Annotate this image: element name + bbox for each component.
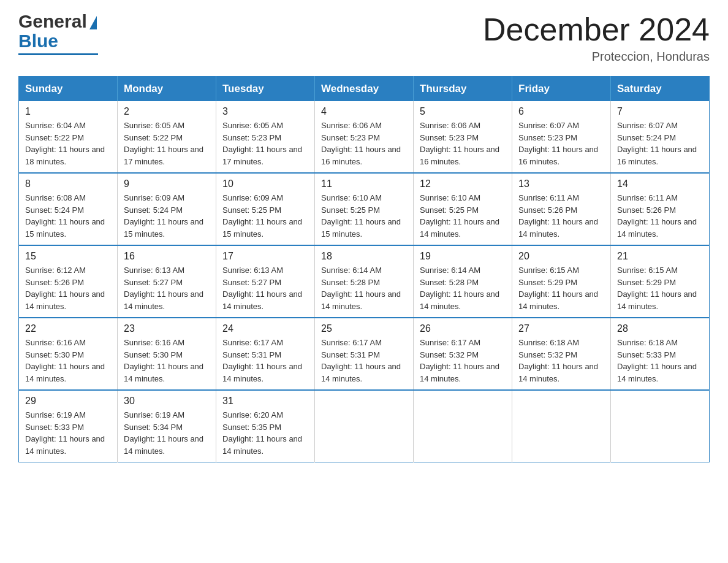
calendar-week-row: 22 Sunrise: 6:16 AMSunset: 5:30 PMDaylig… xyxy=(19,318,710,390)
calendar-day-cell: 22 Sunrise: 6:16 AMSunset: 5:30 PMDaylig… xyxy=(19,318,118,390)
day-number: 31 xyxy=(222,396,308,407)
calendar-day-cell: 2 Sunrise: 6:05 AMSunset: 5:22 PMDayligh… xyxy=(118,101,216,173)
calendar-week-row: 15 Sunrise: 6:12 AMSunset: 5:26 PMDaylig… xyxy=(19,245,710,318)
day-info: Sunrise: 6:16 AMSunset: 5:30 PMDaylight:… xyxy=(25,337,111,385)
day-info: Sunrise: 6:05 AMSunset: 5:22 PMDaylight:… xyxy=(124,120,210,167)
page-header: General Blue December 2024 Proteccion, H… xyxy=(18,12,710,64)
day-info: Sunrise: 6:15 AMSunset: 5:29 PMDaylight:… xyxy=(518,264,604,312)
day-info: Sunrise: 6:06 AMSunset: 5:23 PMDaylight:… xyxy=(321,120,407,167)
day-number: 1 xyxy=(25,106,111,117)
day-info: Sunrise: 6:06 AMSunset: 5:23 PMDaylight:… xyxy=(420,120,506,167)
day-info: Sunrise: 6:10 AMSunset: 5:25 PMDaylight:… xyxy=(321,192,407,240)
day-number: 18 xyxy=(321,251,407,262)
calendar-week-row: 29 Sunrise: 6:19 AMSunset: 5:33 PMDaylig… xyxy=(19,390,710,462)
calendar-day-cell: 16 Sunrise: 6:13 AMSunset: 5:27 PMDaylig… xyxy=(118,245,216,318)
day-number: 4 xyxy=(321,106,407,117)
day-info: Sunrise: 6:14 AMSunset: 5:28 PMDaylight:… xyxy=(321,264,407,312)
calendar-day-cell: 14 Sunrise: 6:11 AMSunset: 5:26 PMDaylig… xyxy=(611,173,710,245)
day-number: 24 xyxy=(222,323,308,334)
day-info: Sunrise: 6:09 AMSunset: 5:25 PMDaylight:… xyxy=(222,192,308,240)
day-info: Sunrise: 6:11 AMSunset: 5:26 PMDaylight:… xyxy=(518,192,604,240)
weekday-header-monday: Monday xyxy=(118,77,216,102)
calendar-day-cell: 5 Sunrise: 6:06 AMSunset: 5:23 PMDayligh… xyxy=(414,101,512,173)
day-info: Sunrise: 6:07 AMSunset: 5:24 PMDaylight:… xyxy=(617,120,703,167)
weekday-header-thursday: Thursday xyxy=(414,77,512,102)
weekday-header-sunday: Sunday xyxy=(19,77,118,102)
calendar-day-cell: 26 Sunrise: 6:17 AMSunset: 5:32 PMDaylig… xyxy=(414,318,512,390)
day-info: Sunrise: 6:11 AMSunset: 5:26 PMDaylight:… xyxy=(617,192,703,240)
calendar-day-cell: 17 Sunrise: 6:13 AMSunset: 5:27 PMDaylig… xyxy=(216,245,315,318)
day-number: 6 xyxy=(518,106,604,117)
day-number: 28 xyxy=(617,323,703,334)
day-info: Sunrise: 6:09 AMSunset: 5:24 PMDaylight:… xyxy=(124,192,210,240)
logo-general-text: General xyxy=(18,12,87,31)
calendar-day-cell: 21 Sunrise: 6:15 AMSunset: 5:29 PMDaylig… xyxy=(611,245,710,318)
calendar-day-cell: 8 Sunrise: 6:08 AMSunset: 5:24 PMDayligh… xyxy=(19,173,118,245)
calendar-day-cell: 6 Sunrise: 6:07 AMSunset: 5:23 PMDayligh… xyxy=(512,101,611,173)
calendar-day-cell: 29 Sunrise: 6:19 AMSunset: 5:33 PMDaylig… xyxy=(19,390,118,462)
calendar-day-cell: 27 Sunrise: 6:18 AMSunset: 5:32 PMDaylig… xyxy=(512,318,611,390)
title-block: December 2024 Proteccion, Honduras xyxy=(483,12,710,64)
day-info: Sunrise: 6:13 AMSunset: 5:27 PMDaylight:… xyxy=(222,264,308,312)
calendar-day-cell xyxy=(611,390,710,462)
day-info: Sunrise: 6:14 AMSunset: 5:28 PMDaylight:… xyxy=(420,264,506,312)
day-number: 2 xyxy=(124,106,210,117)
calendar-day-cell: 7 Sunrise: 6:07 AMSunset: 5:24 PMDayligh… xyxy=(611,101,710,173)
day-number: 7 xyxy=(617,106,703,117)
day-number: 25 xyxy=(321,323,407,334)
weekday-header-row: SundayMondayTuesdayWednesdayThursdayFrid… xyxy=(19,77,710,102)
day-info: Sunrise: 6:17 AMSunset: 5:32 PMDaylight:… xyxy=(420,337,506,385)
day-number: 12 xyxy=(420,178,506,190)
day-info: Sunrise: 6:04 AMSunset: 5:22 PMDaylight:… xyxy=(25,120,111,167)
day-number: 19 xyxy=(420,251,506,262)
calendar-day-cell: 31 Sunrise: 6:20 AMSunset: 5:35 PMDaylig… xyxy=(216,390,315,462)
day-info: Sunrise: 6:18 AMSunset: 5:33 PMDaylight:… xyxy=(617,337,703,385)
logo-underline xyxy=(18,53,98,55)
calendar-day-cell: 13 Sunrise: 6:11 AMSunset: 5:26 PMDaylig… xyxy=(512,173,611,245)
calendar-day-cell xyxy=(315,390,414,462)
calendar-day-cell: 18 Sunrise: 6:14 AMSunset: 5:28 PMDaylig… xyxy=(315,245,414,318)
logo-blue-text: Blue xyxy=(18,31,58,52)
day-number: 16 xyxy=(124,251,210,262)
month-year-title: December 2024 xyxy=(483,12,710,47)
calendar-week-row: 1 Sunrise: 6:04 AMSunset: 5:22 PMDayligh… xyxy=(19,101,710,173)
day-number: 10 xyxy=(222,178,308,190)
day-number: 26 xyxy=(420,323,506,334)
day-info: Sunrise: 6:12 AMSunset: 5:26 PMDaylight:… xyxy=(25,264,111,312)
day-number: 29 xyxy=(25,396,111,407)
weekday-header-tuesday: Tuesday xyxy=(216,77,315,102)
location-subtitle: Proteccion, Honduras xyxy=(483,50,710,64)
day-number: 21 xyxy=(617,251,703,262)
day-info: Sunrise: 6:19 AMSunset: 5:34 PMDaylight:… xyxy=(124,409,210,457)
day-info: Sunrise: 6:17 AMSunset: 5:31 PMDaylight:… xyxy=(321,337,407,385)
day-number: 22 xyxy=(25,323,111,334)
calendar-day-cell: 19 Sunrise: 6:14 AMSunset: 5:28 PMDaylig… xyxy=(414,245,512,318)
logo-triangle-icon xyxy=(89,16,97,29)
calendar-day-cell xyxy=(512,390,611,462)
calendar-day-cell: 9 Sunrise: 6:09 AMSunset: 5:24 PMDayligh… xyxy=(118,173,216,245)
day-info: Sunrise: 6:08 AMSunset: 5:24 PMDaylight:… xyxy=(25,192,111,240)
day-info: Sunrise: 6:15 AMSunset: 5:29 PMDaylight:… xyxy=(617,264,703,312)
day-info: Sunrise: 6:13 AMSunset: 5:27 PMDaylight:… xyxy=(124,264,210,312)
day-number: 13 xyxy=(518,178,604,190)
day-number: 17 xyxy=(222,251,308,262)
day-number: 3 xyxy=(222,106,308,117)
day-info: Sunrise: 6:18 AMSunset: 5:32 PMDaylight:… xyxy=(518,337,604,385)
day-number: 11 xyxy=(321,178,407,190)
weekday-header-wednesday: Wednesday xyxy=(315,77,414,102)
day-info: Sunrise: 6:20 AMSunset: 5:35 PMDaylight:… xyxy=(222,409,308,457)
weekday-header-saturday: Saturday xyxy=(611,77,710,102)
day-info: Sunrise: 6:19 AMSunset: 5:33 PMDaylight:… xyxy=(25,409,111,457)
calendar-day-cell: 11 Sunrise: 6:10 AMSunset: 5:25 PMDaylig… xyxy=(315,173,414,245)
day-info: Sunrise: 6:16 AMSunset: 5:30 PMDaylight:… xyxy=(124,337,210,385)
day-number: 20 xyxy=(518,251,604,262)
day-info: Sunrise: 6:05 AMSunset: 5:23 PMDaylight:… xyxy=(222,120,308,167)
calendar-day-cell: 24 Sunrise: 6:17 AMSunset: 5:31 PMDaylig… xyxy=(216,318,315,390)
calendar-day-cell: 3 Sunrise: 6:05 AMSunset: 5:23 PMDayligh… xyxy=(216,101,315,173)
calendar-day-cell xyxy=(414,390,512,462)
day-number: 27 xyxy=(518,323,604,334)
weekday-header-friday: Friday xyxy=(512,77,611,102)
calendar-day-cell: 10 Sunrise: 6:09 AMSunset: 5:25 PMDaylig… xyxy=(216,173,315,245)
calendar-day-cell: 4 Sunrise: 6:06 AMSunset: 5:23 PMDayligh… xyxy=(315,101,414,173)
calendar-day-cell: 28 Sunrise: 6:18 AMSunset: 5:33 PMDaylig… xyxy=(611,318,710,390)
